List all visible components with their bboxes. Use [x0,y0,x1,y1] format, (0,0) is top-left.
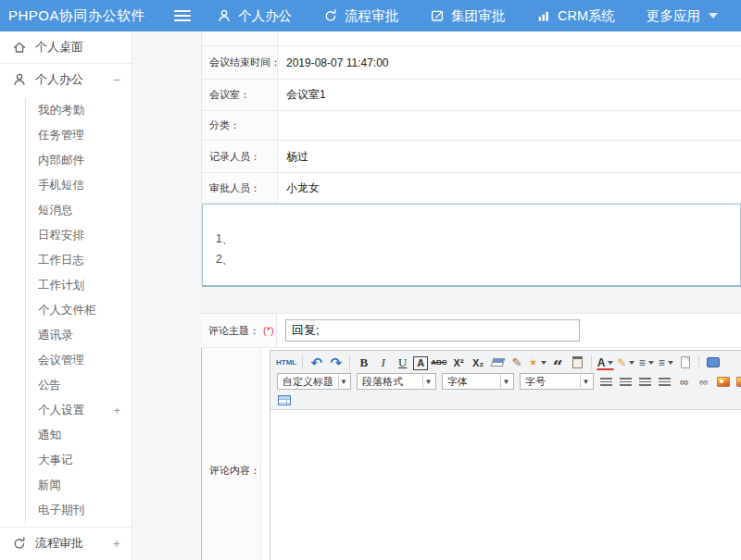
sidebar-item[interactable]: 工作计划 [25,273,132,298]
paragraph-format-select[interactable]: 段落格式▼ [357,373,436,390]
sidebar-item[interactable]: 新闻 [25,473,132,498]
new-page-button[interactable] [676,355,694,370]
undo-button[interactable]: ↶ [308,355,325,370]
person-icon [217,8,232,23]
sidebar-item[interactable]: 电子期刊 [25,498,132,523]
main-content: 会议结束时间：2019-08-07 11:47:00会议室：会议室1分类：记录人… [133,31,741,560]
comment-form: 评论主题：(*) 评论内容： HTML↶↷BIUAABCX²X₂✎✶“A✎≡≡ … [201,313,741,560]
remove-format-button[interactable] [489,355,507,370]
content-line: 1、 [216,229,740,249]
font-color-button[interactable]: A [597,357,615,370]
bold-button[interactable]: B [355,355,372,370]
collapse-minus-icon[interactable]: − [113,72,120,87]
sidebar-item[interactable]: 通讯录 [25,323,132,348]
new-page-button-icon [681,356,690,368]
multi-image-button-icon [736,377,741,387]
multi-image-button[interactable] [734,374,741,390]
editor-toolbar-row-2: 自定义标题▼段落格式▼字体▼字号▼∞∞ [270,371,741,391]
auto-typeset-button[interactable]: ✶ [528,355,547,370]
table-row: 分类： [202,111,741,141]
menu-icon[interactable] [174,10,191,22]
blockquote-button[interactable]: “ [549,355,567,370]
sidebar-item[interactable]: 任务管理 [25,123,132,148]
comment-subject-input[interactable] [285,319,580,342]
sidebar-item[interactable]: 我的考勤 [25,98,132,123]
caret-down-icon [648,361,654,365]
align-center-button-icon [620,378,632,386]
unlink-button[interactable]: ∞ [695,374,712,390]
font-family-select[interactable]: 字体▼ [442,373,514,390]
image-button[interactable] [714,374,732,390]
sidebar-item[interactable]: 手机短信 [25,173,132,198]
sidebar-item[interactable]: 短消息 [25,198,132,223]
table-row: 审批人员：小龙女 [202,173,741,204]
highlight-color-button[interactable]: ✎ [616,355,635,370]
caret-down-icon: ▼ [422,375,433,388]
image-button-icon [717,377,730,387]
sidebar-item[interactable]: 日程安排 [25,223,132,248]
nav-item-label: 个人办公 [238,7,292,25]
sidebar-item[interactable]: 个人设置+ [25,398,132,423]
expand-plus-icon[interactable]: + [113,404,120,417]
editor-toolbar-row-1: HTML↶↷BIUAABCX²X₂✎✶“A✎≡≡ [270,351,741,371]
subscript-button[interactable]: X₂ [470,355,487,370]
expand-plus-icon[interactable]: + [113,536,120,551]
superscript-button[interactable]: X² [450,355,468,370]
field-label: 分类： [202,111,278,140]
sidebar-item-personal-desktop[interactable]: 个人桌面 [0,31,132,63]
sidebar-item[interactable]: 会议管理 [25,348,132,373]
caret-down-icon [709,13,718,19]
strikethrough-button[interactable]: ABC [430,355,447,370]
nav-item-personal-office[interactable]: 个人办公 [217,7,292,25]
field-value: 小龙女 [278,173,741,203]
field-label: 记录人员： [202,141,278,172]
insert-table-button[interactable] [275,392,293,408]
align-right-button[interactable] [636,374,654,390]
ordered-list-button[interactable]: ≡ [637,355,655,370]
table-row [202,31,741,46]
sidebar-item[interactable]: 大事记 [25,448,132,473]
toolbar-separator [591,355,592,369]
sidebar-group-workflow-approval[interactable]: 流程审批 + [0,528,132,559]
person-icon [12,72,27,87]
comment-subject-row: 评论主题：(*) [201,313,741,348]
refresh-icon [12,536,27,551]
redo-button[interactable]: ↷ [327,355,345,370]
content-line: 2、 [216,249,740,269]
underline-button[interactable]: U [394,355,411,370]
caret-down-icon: ▼ [338,375,348,388]
align-right-button-icon [639,378,651,386]
toolbar-separator [349,355,350,369]
top-header: PHPOA协同办公软件 个人办公流程审批集团审批CRM系统更多应用 [0,0,741,31]
format-brush-button[interactable]: ✎ [509,355,526,370]
sidebar-group-personal-office[interactable]: 个人办公 − [0,64,132,95]
home-icon [12,40,27,55]
sidebar-item[interactable]: 内部邮件 [25,148,132,173]
sidebar-item[interactable]: 工作日志 [25,248,132,273]
unordered-list-button[interactable]: ≡ [657,355,674,370]
toolbar-separator [302,355,303,369]
editor-content-area[interactable] [270,409,741,560]
align-left-button[interactable] [597,374,615,390]
nav-item-more-apps[interactable]: 更多应用 [647,7,718,25]
source-code-button[interactable]: HTML [275,355,297,370]
nav-item-crm-system[interactable]: CRM系统 [536,7,615,25]
paste-button[interactable] [569,355,586,370]
fullscreen-button[interactable] [704,355,722,370]
refresh-icon [323,8,338,23]
field-value [278,111,741,140]
nav-item-workflow-approval[interactable]: 流程审批 [323,7,398,25]
italic-button[interactable]: I [374,355,392,370]
font-name-button[interactable]: A [413,356,428,370]
align-center-button[interactable] [617,374,634,390]
custom-heading-select[interactable]: 自定义标题▼ [277,373,351,390]
sidebar-item[interactable]: 个人文件柜 [25,298,132,323]
sidebar-item[interactable]: 通知 [25,423,132,448]
font-size-select[interactable]: 字号▼ [520,373,594,390]
nav-item-group-approval[interactable]: 集团审批 [430,7,505,25]
align-justify-button[interactable] [656,374,673,390]
sidebar-item[interactable]: 公告 [25,373,132,398]
table-row: 会议结束时间：2019-08-07 11:47:00 [202,46,741,80]
comment-content-row: 评论内容： HTML↶↷BIUAABCX²X₂✎✶“A✎≡≡ 自定义标题▼段落格… [201,348,741,560]
link-button[interactable]: ∞ [675,374,693,390]
